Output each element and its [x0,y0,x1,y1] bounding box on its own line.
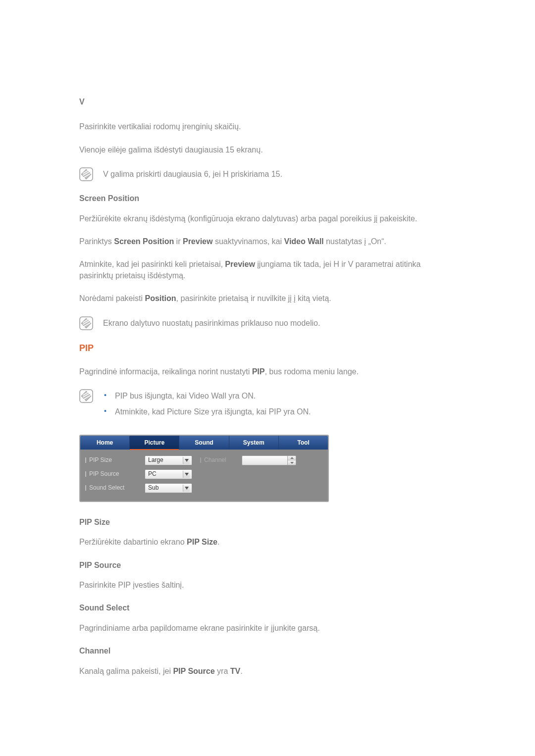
paragraph: Pagrindinė informacija, reikalinga norin… [79,366,456,377]
text: suaktyvinamos, kai [213,237,284,246]
text-bold: Picture Size [167,407,209,416]
tab-sound[interactable]: Sound [179,436,229,450]
text-bold: ON [242,392,254,400]
heading-pip-source: PIP Source [79,560,456,571]
tab-tool[interactable]: Tool [279,436,328,450]
paragraph: Pagrindiniame arba papildomame ekrane pa… [79,623,456,634]
note-icon [79,389,93,403]
text: Kanalą galima pakeisti, jei [79,667,173,675]
text-bold: ON [297,407,309,416]
note: V galima priskirti daugiausia 6, jei H p… [79,167,456,181]
text: Atminkite, kad [115,407,167,416]
select-value: Sub [148,484,159,492]
label-sound-select: Sound Select [85,484,145,492]
note: Ekrano dalytuvo nuostatų pasirinkimas pr… [79,316,456,330]
text-bold: Preview [183,237,213,246]
text: Peržiūrėkite dabartinio ekrano [79,538,187,546]
panel-body: PIP Size Large Channel PIP Source PC [80,450,328,501]
text: Atminkite, kad jei pasirinkti keli priet… [79,260,225,268]
text: Pagrindinė informacija, reikalinga norin… [79,367,252,376]
paragraph: Kanalą galima pakeisti, jei PIP Source y… [79,666,456,677]
select-value: PC [148,470,157,478]
text: Norėdami pakeisti [79,294,145,302]
tab-picture[interactable]: Picture [130,436,179,450]
tab-home[interactable]: Home [80,436,130,450]
chevron-down-icon [183,485,190,492]
text-bold: Video Wall [284,237,324,246]
text-bold: Screen Position [114,237,174,246]
paragraph: Peržiūrėkite ekranų išdėstymą (konfigūru… [79,213,456,224]
list-item: PIP bus išjungta, kai Video Wall yra ON. [103,391,311,402]
label-pip-size: PIP Size [85,456,145,464]
heading-pip-size: PIP Size [79,517,456,528]
note-text: PIP bus išjungta, kai Video Wall yra ON.… [103,389,311,423]
select-pip-size[interactable]: Large [145,455,192,465]
text: . [217,538,219,546]
text-bold: Preview [225,260,255,268]
select-value: Large [148,456,163,464]
select-pip-source[interactable]: PC [145,469,192,479]
text-bold: PIP Size [187,538,217,546]
tab-bar: Home Picture Sound System Tool [80,436,328,450]
text-bold: PIP [268,407,281,416]
text: , bus rodoma meniu lange. [265,367,358,376]
chevron-down-icon [183,471,190,478]
text: . [309,407,311,416]
note: PIP bus išjungta, kai Video Wall yra ON.… [79,389,456,423]
heading-v: V [79,97,456,107]
heading-channel: Channel [79,646,456,656]
paragraph: Pasirinkite vertikaliai rodomų įrenginių… [79,121,456,132]
text-bold: PIP [252,367,265,376]
text-bold: PIP [115,392,128,400]
pip-settings-panel: Home Picture Sound System Tool PIP Size … [79,435,329,502]
text: , pasirinkite prietaisą ir nuvilkite jį … [176,294,331,302]
row-sound-select: Sound Select Sub [85,481,323,495]
text-bold: Video Wall [189,392,226,400]
paragraph: Atminkite, kad jei pasirinkti keli priet… [79,259,456,281]
label-channel: Channel [200,456,242,464]
text: Parinktys [79,237,114,246]
paragraph: Pasirinkite PIP įvesties šaltinį. [79,580,456,591]
chevron-down-icon [183,457,190,464]
paragraph: Peržiūrėkite dabartinio ekrano PIP Size. [79,537,456,548]
text: ir [174,237,183,246]
text: yra išjungta, kai [209,407,268,416]
note-icon [79,167,93,181]
paragraph: Norėdami pakeisti Position, pasirinkite … [79,293,456,304]
row-pip-size: PIP Size Large Channel [85,454,323,467]
heading-screen-position: Screen Position [79,193,456,204]
text-bold: PIP Source [173,667,214,675]
list-item: Atminkite, kad Picture Size yra išjungta… [103,406,311,417]
note-text: V galima priskirti daugiausia 6, jei H p… [103,167,282,180]
select-sound-select[interactable]: Sub [145,483,192,493]
note-icon [79,316,93,330]
text-bold: Position [145,294,176,302]
channel-stepper[interactable] [242,455,296,465]
text: . [240,667,242,675]
text: nustatytas į „On“. [324,237,386,246]
text: . [254,392,256,400]
text-bold: TV [230,667,240,675]
stepper-up-icon[interactable] [288,456,296,461]
paragraph: Vienoje eilėje galima išdėstyti daugiaus… [79,145,456,155]
note-text: Ekrano dalytuvo nuostatų pasirinkimas pr… [103,316,320,329]
heading-pip: PIP [79,342,456,354]
label-pip-source: PIP Source [85,470,145,478]
stepper-down-icon[interactable] [288,460,296,465]
channel-field[interactable] [242,455,287,465]
text: yra [215,667,230,675]
row-pip-source: PIP Source PC [85,467,323,481]
heading-sound-select: Sound Select [79,603,456,613]
text: yra [226,392,242,400]
text: bus išjungta, kai [128,392,189,400]
text: yra [281,407,297,416]
tab-system[interactable]: System [229,436,279,450]
paragraph: Parinktys Screen Position ir Preview sua… [79,236,456,247]
